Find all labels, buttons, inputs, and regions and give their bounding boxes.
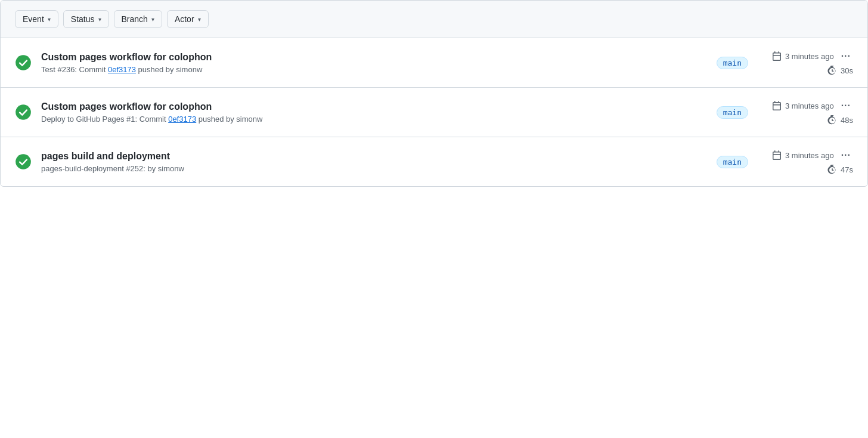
workflow-meta-2: 3 minutes ago ··· 48s — [758, 100, 853, 125]
calendar-icon-1 — [772, 51, 782, 61]
workflow-info-1: Custom pages workflow for colophon Test … — [41, 52, 707, 74]
svg-point-0 — [16, 55, 31, 70]
workflow-info-2: Custom pages workflow for colophon Deplo… — [41, 101, 707, 124]
duration-text-3: 47s — [841, 165, 853, 174]
workflow-info-3: pages build and deployment pages-build-d… — [41, 151, 707, 173]
subtitle-suffix-1: pushed by simonw — [136, 65, 202, 74]
workflow-subtitle-3: pages-build-deployment #252: by simonw — [41, 164, 707, 173]
status-filter-button[interactable]: Status ▾ — [63, 10, 109, 28]
more-options-button-2[interactable]: ··· — [839, 100, 853, 112]
status-chevron-icon: ▾ — [98, 16, 101, 23]
workflow-subtitle-2: Deploy to GitHub Pages #1: Commit 0ef317… — [41, 115, 707, 124]
calendar-icon-3 — [772, 150, 782, 160]
time-ago-row-2: 3 minutes ago ··· — [772, 100, 853, 112]
branch-badge-1[interactable]: main — [717, 57, 748, 69]
time-meta-1: 3 minutes ago — [772, 51, 834, 61]
branch-badge-3[interactable]: main — [717, 156, 748, 168]
time-ago-row-1: 3 minutes ago ··· — [772, 50, 853, 62]
success-status-icon-1 — [15, 54, 32, 71]
commit-link-2[interactable]: 0ef3173 — [168, 115, 196, 124]
time-ago-text-3: 3 minutes ago — [785, 151, 834, 160]
actor-filter-button[interactable]: Actor ▾ — [167, 10, 209, 28]
calendar-icon-2 — [772, 101, 782, 110]
branch-badge-2[interactable]: main — [717, 106, 748, 119]
time-ago-text-2: 3 minutes ago — [785, 101, 834, 110]
svg-point-2 — [16, 154, 31, 169]
duration-text-1: 30s — [841, 66, 853, 75]
duration-meta-1: 30s — [827, 66, 853, 75]
duration-meta-3: 47s — [827, 165, 853, 174]
workflow-row-2: Custom pages workflow for colophon Deplo… — [1, 88, 867, 137]
success-status-icon-3 — [15, 153, 32, 170]
workflow-row-1: Custom pages workflow for colophon Test … — [1, 38, 867, 88]
actor-chevron-icon: ▾ — [198, 16, 201, 23]
commit-link-1[interactable]: 0ef3173 — [108, 65, 136, 74]
workflow-title-3[interactable]: pages build and deployment — [41, 151, 707, 162]
branch-chevron-icon: ▾ — [151, 16, 154, 23]
success-status-icon-2 — [15, 104, 32, 121]
event-filter-label: Event — [23, 14, 44, 24]
workflow-subtitle-1: Test #236: Commit 0ef3173 pushed by simo… — [41, 65, 707, 74]
status-filter-label: Status — [71, 14, 95, 24]
time-meta-2: 3 minutes ago — [772, 101, 834, 110]
subtitle-suffix-2: pushed by simonw — [196, 115, 262, 124]
more-options-button-1[interactable]: ··· — [839, 50, 853, 62]
branch-filter-label: Branch — [122, 14, 148, 24]
svg-point-1 — [16, 104, 31, 120]
stopwatch-icon-1 — [827, 66, 837, 75]
subtitle-prefix-2: Deploy to GitHub Pages #1: Commit — [41, 115, 168, 124]
time-ago-text-1: 3 minutes ago — [785, 52, 834, 61]
time-meta-3: 3 minutes ago — [772, 150, 834, 160]
filter-bar: Event ▾ Status ▾ Branch ▾ Actor ▾ — [1, 1, 867, 38]
stopwatch-icon-2 — [827, 115, 837, 125]
workflow-meta-3: 3 minutes ago ··· 47s — [758, 149, 853, 174]
workflow-row-3: pages build and deployment pages-build-d… — [1, 137, 867, 186]
more-options-button-3[interactable]: ··· — [839, 149, 853, 161]
subtitle-prefix-1: Test #236: Commit — [41, 65, 108, 74]
subtitle-prefix-3: pages-build-deployment #252: by simonw — [41, 164, 184, 173]
stopwatch-icon-3 — [827, 165, 837, 174]
workflow-meta-1: 3 minutes ago ··· 30s — [758, 50, 853, 75]
actor-filter-label: Actor — [175, 14, 194, 24]
duration-text-2: 48s — [841, 116, 853, 125]
workflow-runs-container: Event ▾ Status ▾ Branch ▾ Actor ▾ Custom… — [0, 0, 868, 187]
event-filter-button[interactable]: Event ▾ — [15, 10, 58, 28]
time-ago-row-3: 3 minutes ago ··· — [772, 149, 853, 161]
event-chevron-icon: ▾ — [48, 16, 51, 23]
duration-meta-2: 48s — [827, 115, 853, 125]
workflow-title-1[interactable]: Custom pages workflow for colophon — [41, 52, 707, 63]
workflow-title-2[interactable]: Custom pages workflow for colophon — [41, 101, 707, 112]
branch-filter-button[interactable]: Branch ▾ — [114, 10, 162, 28]
